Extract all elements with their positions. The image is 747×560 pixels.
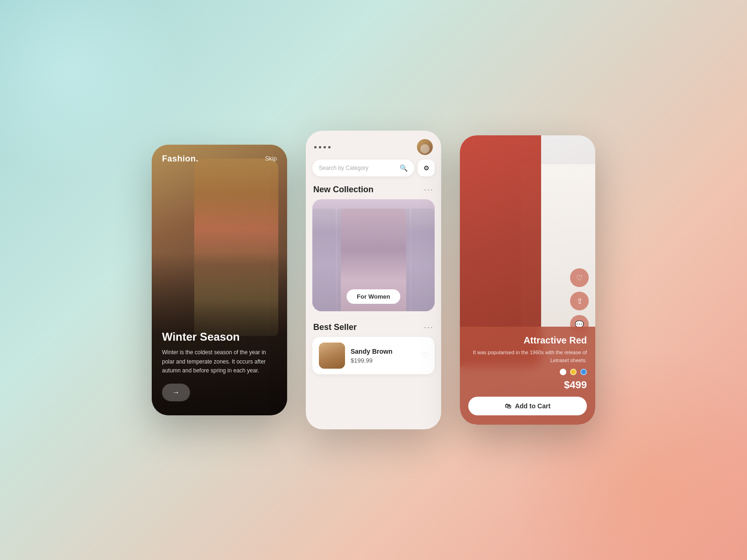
- item-price: $199.99: [351, 357, 415, 364]
- wishlist-button[interactable]: ♡: [421, 350, 428, 361]
- new-collection-title: New Collection: [313, 185, 374, 195]
- phone-3-product: ♡ ⇧ 💬 Attractive Red It was popularised …: [460, 135, 595, 425]
- avatar[interactable]: [417, 139, 433, 155]
- product-description: It was popularised in the 1960s with the…: [468, 349, 587, 364]
- avatar-face: [420, 144, 430, 154]
- item-name: Sandy Brown: [351, 348, 415, 355]
- next-button[interactable]: →: [162, 384, 190, 401]
- phone-1-splash: Fashion. Skip Winter Season Winter is th…: [152, 145, 287, 415]
- filter-button[interactable]: ⚙: [418, 160, 435, 176]
- bestseller-more[interactable]: ···: [424, 322, 434, 332]
- menu-dots-icon[interactable]: [314, 146, 331, 148]
- item-info: Sandy Brown $199.99: [351, 348, 415, 364]
- for-women-label: For Women: [346, 289, 400, 304]
- dot1: [314, 146, 317, 148]
- add-to-cart-label: Add to Cart: [515, 402, 550, 410]
- product-title: Attractive Red: [468, 335, 587, 346]
- color-yellow[interactable]: [570, 369, 577, 375]
- splash-description: Winter is the coldest season of the year…: [162, 348, 277, 375]
- color-blue[interactable]: [580, 369, 587, 375]
- color-white[interactable]: [560, 369, 566, 375]
- search-icon: 🔍: [400, 164, 408, 172]
- new-collection-header: New Collection ···: [306, 182, 441, 199]
- bestseller-section: Best Seller ··· Sandy Brown $199.99 ♡: [306, 318, 441, 374]
- dot4: [328, 146, 331, 148]
- item-thumb-bg: [319, 343, 345, 369]
- skip-button[interactable]: Skip: [265, 155, 277, 162]
- cart-icon: 🛍: [505, 402, 511, 410]
- app-logo: Fashion.: [162, 154, 198, 164]
- new-collection-more[interactable]: ···: [424, 185, 434, 195]
- collection-card[interactable]: For Women: [312, 199, 435, 311]
- bestseller-item[interactable]: Sandy Brown $199.99 ♡: [312, 337, 435, 374]
- add-to-cart-button[interactable]: 🛍 Add to Cart: [468, 397, 587, 415]
- search-row: Search by Category 🔍 ⚙: [306, 160, 441, 182]
- splash-title: Winter Season: [162, 330, 277, 344]
- search-placeholder-text: Search by Category: [319, 165, 397, 171]
- phone-2-category: Search by Category 🔍 ⚙ New Collection ··…: [306, 131, 441, 429]
- product-actions: ♡ ⇧ 💬: [570, 268, 589, 334]
- product-price: $499: [468, 379, 587, 391]
- splash-content: Winter Season Winter is the coldest seas…: [152, 321, 287, 415]
- color-options: [468, 369, 587, 375]
- product-share-button[interactable]: ⇧: [570, 292, 589, 310]
- bestseller-header: Best Seller ···: [306, 320, 441, 337]
- dot3: [324, 146, 326, 148]
- bestseller-title: Best Seller: [313, 322, 357, 332]
- dot2: [319, 146, 321, 148]
- item-thumbnail: [319, 343, 345, 369]
- product-panel: Attractive Red It was popularised in the…: [460, 327, 595, 425]
- product-heart-button[interactable]: ♡: [570, 268, 589, 287]
- search-box[interactable]: Search by Category 🔍: [312, 160, 414, 176]
- phone2-header: [306, 131, 441, 160]
